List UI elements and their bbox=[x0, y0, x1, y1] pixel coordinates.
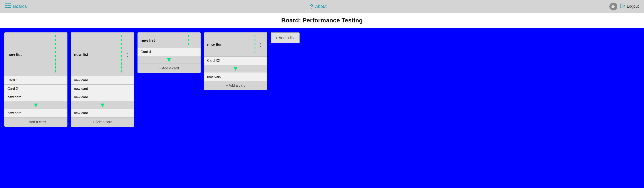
logout-icon bbox=[620, 3, 626, 10]
card-list: Card XX▼new card bbox=[204, 56, 267, 81]
drop-arrow-indicator: ▼ bbox=[4, 102, 68, 109]
svg-rect-1 bbox=[8, 4, 11, 4]
dashed-drop-line bbox=[122, 35, 122, 74]
drop-arrow-indicator: ▼ bbox=[204, 65, 267, 72]
card-item[interactable]: new card bbox=[71, 76, 134, 84]
drop-indicator bbox=[186, 35, 190, 46]
drop-indicator bbox=[120, 35, 124, 74]
svg-rect-2 bbox=[5, 6, 7, 6]
svg-rect-3 bbox=[8, 6, 11, 6]
add-card-button-3[interactable]: + Add a card bbox=[138, 64, 200, 73]
add-card-button-2[interactable]: + Add a card bbox=[71, 117, 134, 127]
list-title: new list bbox=[207, 43, 253, 47]
list-1: new list⋮Card 1Card 2new card▼new card+ … bbox=[4, 32, 68, 127]
list-header-4: new list⋮ bbox=[204, 32, 267, 56]
list-menu-button-1[interactable]: ⋮ bbox=[58, 52, 64, 58]
svg-rect-4 bbox=[5, 8, 7, 8]
card-item[interactable]: new card bbox=[71, 109, 134, 117]
svg-rect-5 bbox=[8, 8, 11, 8]
page-title: Board: Performance Testing bbox=[0, 17, 644, 24]
list-4: new list⋮Card XX▼new card+ Add a card bbox=[204, 32, 267, 90]
page-title-bar: Board: Performance Testing bbox=[0, 13, 644, 28]
add-card-button-1[interactable]: + Add a card bbox=[4, 117, 68, 127]
card-item[interactable]: Card 4 bbox=[138, 48, 200, 56]
add-card-button-4[interactable]: + Add a card bbox=[204, 81, 267, 90]
dashed-drop-line bbox=[55, 35, 56, 74]
list-header-1: new list⋮ bbox=[4, 32, 68, 76]
list-title: new list bbox=[74, 52, 120, 57]
card-list: new cardnew cardnew card▼new card bbox=[71, 76, 134, 117]
question-icon: ? bbox=[310, 3, 313, 10]
svg-rect-0 bbox=[5, 4, 7, 4]
user-area: SK Logout bbox=[610, 2, 639, 10]
drop-indicator bbox=[253, 35, 257, 54]
card-item[interactable]: Card XX bbox=[204, 56, 267, 65]
drop-indicator bbox=[53, 35, 58, 74]
list-header-2: new list⋮ bbox=[71, 32, 134, 76]
card-list: Card 1Card 2new card▼new card bbox=[4, 76, 68, 117]
add-list-button[interactable]: + Add a list bbox=[271, 32, 300, 43]
list-2: new list⋮new cardnew cardnew card▼new ca… bbox=[71, 32, 134, 127]
card-item[interactable]: new card bbox=[71, 84, 134, 93]
card-item[interactable]: Card 2 bbox=[4, 84, 68, 93]
card-item[interactable]: new card bbox=[71, 93, 134, 102]
list-header-3: new list⋮ bbox=[138, 32, 200, 48]
list-menu-button-4[interactable]: ⋮ bbox=[257, 42, 264, 48]
dashed-drop-line bbox=[188, 35, 189, 46]
logout-label: Logout bbox=[627, 4, 639, 9]
about-nav[interactable]: ? About bbox=[310, 3, 326, 10]
drop-arrow-indicator: ▼ bbox=[138, 56, 200, 64]
board-area: new list⋮Card 1Card 2new card▼new card+ … bbox=[0, 28, 644, 188]
list-menu-button-3[interactable]: ⋮ bbox=[190, 38, 198, 44]
app-header: Boards ? About SK Logout bbox=[0, 0, 644, 13]
drop-arrow-indicator: ▼ bbox=[71, 102, 134, 109]
list-title: new list bbox=[140, 38, 186, 43]
card-item[interactable]: new card bbox=[4, 109, 68, 117]
card-item[interactable]: Card 1 bbox=[4, 76, 68, 84]
dashed-drop-line bbox=[254, 35, 256, 54]
avatar: SK bbox=[610, 2, 617, 10]
card-list: Card 4▼ bbox=[138, 48, 200, 64]
card-item[interactable]: new card bbox=[4, 93, 68, 102]
list-menu-button-2[interactable]: ⋮ bbox=[124, 52, 131, 58]
boards-label: Boards bbox=[13, 4, 27, 9]
boards-icon bbox=[5, 4, 11, 10]
about-label: About bbox=[315, 4, 326, 9]
list-title: new list bbox=[8, 52, 53, 57]
boards-nav[interactable]: Boards bbox=[5, 4, 27, 10]
logout-button[interactable]: Logout bbox=[620, 3, 639, 10]
card-item[interactable]: new card bbox=[204, 72, 267, 81]
list-3: new list⋮Card 4▼+ Add a card bbox=[138, 32, 200, 73]
